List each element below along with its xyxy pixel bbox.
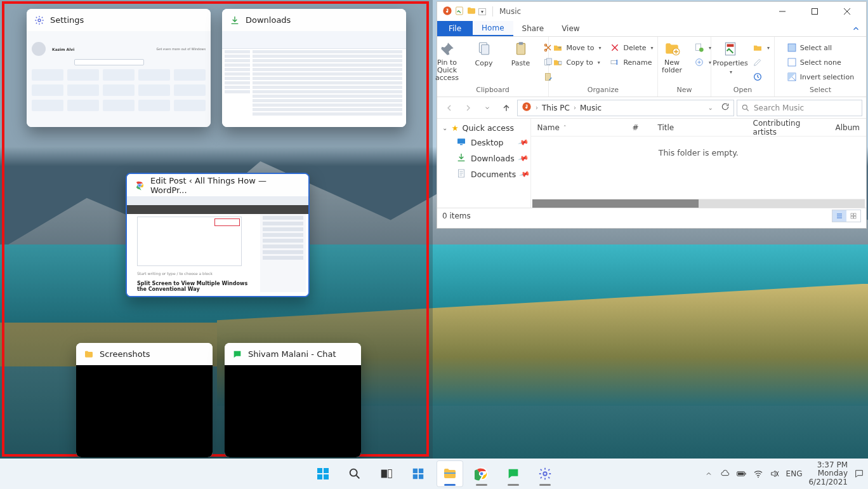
download-icon <box>456 152 466 164</box>
rename-button[interactable]: Rename <box>607 55 655 69</box>
svg-rect-45 <box>419 469 423 473</box>
taskbar-settings-button[interactable] <box>532 460 558 487</box>
copy-to-button[interactable]: Copy to▾ <box>550 55 603 69</box>
nav-quick-access[interactable]: ⌄ ★ Quick access <box>437 121 530 135</box>
qat-new-folder-icon[interactable] <box>466 6 477 18</box>
qat-dropdown-icon[interactable]: ▾ <box>478 8 486 15</box>
nav-forward-button[interactable] <box>460 100 477 116</box>
svg-point-0 <box>38 19 41 22</box>
view-toggle[interactable] <box>832 210 861 222</box>
battery-icon[interactable] <box>737 469 747 479</box>
taskbar-chrome-button[interactable] <box>468 460 495 487</box>
col-title[interactable]: Title <box>652 123 747 132</box>
tab-share[interactable]: Share <box>513 21 553 36</box>
wifi-icon[interactable] <box>753 469 763 479</box>
move-to-button[interactable]: Move to▾ <box>550 41 603 55</box>
widgets-button[interactable] <box>405 460 431 487</box>
history-button[interactable] <box>750 70 772 84</box>
chevron-right-icon[interactable]: › <box>574 104 576 111</box>
ribbon-collapse-button[interactable] <box>846 21 866 36</box>
minimize-button[interactable] <box>768 2 796 21</box>
tab-view[interactable]: View <box>553 21 588 36</box>
taskbar-explorer-button[interactable] <box>437 460 463 487</box>
col-artists[interactable]: Contributing artists <box>747 119 829 137</box>
open-button[interactable]: ▾ <box>750 41 772 55</box>
nav-up-button[interactable] <box>498 100 515 116</box>
task-view-button[interactable] <box>373 460 400 487</box>
notifications-icon[interactable] <box>854 469 864 479</box>
view-large-icons-button[interactable] <box>846 210 860 222</box>
nav-downloads-label: Downloads <box>471 154 515 163</box>
snap-thumb-chat[interactable]: Shivam Malani - Chat <box>225 343 361 457</box>
pin-to-quick-access-button[interactable]: Pin to Quick access <box>430 38 464 82</box>
nav-recent-button[interactable] <box>479 100 496 116</box>
nav-desktop[interactable]: Desktop 📌 <box>437 135 530 151</box>
svg-point-20 <box>699 48 704 52</box>
new-folder-button[interactable]: New folder <box>655 38 689 74</box>
copy-to-label: Copy to <box>566 58 593 67</box>
pin-icon[interactable]: 📌 <box>519 168 531 180</box>
content-pane[interactable]: Name˄ # Title Contributing artists Album… <box>531 119 866 208</box>
volume-icon[interactable] <box>770 469 780 479</box>
column-headers[interactable]: Name˄ # Title Contributing artists Album <box>531 119 866 137</box>
taskbar[interactable]: ENG 3:37 PM Monday 6/21/2021 <box>0 459 868 489</box>
snap-thumb-downloads[interactable]: Downloads <box>222 9 406 127</box>
tray-language[interactable]: ENG <box>786 469 803 478</box>
tab-home[interactable]: Home <box>473 21 513 36</box>
select-none-button[interactable]: Select none <box>784 55 857 69</box>
svg-rect-34 <box>854 213 857 216</box>
invert-selection-label: Invert selection <box>800 73 854 81</box>
maximize-button[interactable] <box>800 2 829 21</box>
col-album[interactable]: Album <box>829 123 866 132</box>
search-box[interactable]: Search Music <box>737 100 862 116</box>
snap-thumb-settings[interactable]: Settings Kazim Alvi Get even more out of… <box>27 9 211 127</box>
col-number[interactable]: # <box>626 123 652 132</box>
pin-icon[interactable]: 📌 <box>517 137 529 148</box>
refresh-button[interactable] <box>721 102 730 113</box>
explorer-titlebar[interactable]: ▾ Music <box>437 2 866 21</box>
snap-thumb-chrome[interactable]: Edit Post ‹ All Things How — WordPr... S… <box>126 173 310 297</box>
select-all-button[interactable]: Select all <box>784 41 857 55</box>
svg-rect-9 <box>516 43 525 54</box>
horizontal-scrollbar[interactable] <box>532 199 865 208</box>
svg-rect-8 <box>481 45 489 55</box>
taskbar-chat-button[interactable] <box>500 460 527 487</box>
chevron-down-icon[interactable]: ⌄ <box>442 124 447 131</box>
nav-documents[interactable]: Documents 📌 <box>437 166 530 182</box>
copy-button[interactable]: Copy <box>467 38 501 67</box>
nav-back-button[interactable] <box>441 100 457 116</box>
taskbar-search-button[interactable] <box>341 460 368 487</box>
paste-button[interactable]: Paste <box>504 38 538 67</box>
start-button[interactable] <box>310 460 336 487</box>
onedrive-icon[interactable] <box>720 469 730 479</box>
easy-access-button[interactable]: ▾ <box>692 55 714 69</box>
svg-rect-17 <box>611 60 617 64</box>
edit-button[interactable] <box>750 55 772 69</box>
view-details-button[interactable] <box>832 210 846 222</box>
tray-overflow-icon[interactable] <box>704 469 714 479</box>
music-library-icon <box>442 6 452 18</box>
delete-button[interactable]: Delete▾ <box>607 41 655 55</box>
pin-icon[interactable]: 📌 <box>517 152 529 164</box>
navigation-pane[interactable]: ⌄ ★ Quick access Desktop 📌 Downloads 📌 D… <box>437 119 531 208</box>
properties-button[interactable]: Properties▾ <box>713 38 747 75</box>
new-item-button[interactable]: ▾ <box>692 41 714 55</box>
qat-properties-icon[interactable] <box>454 6 464 18</box>
system-tray[interactable]: ENG 3:37 PM Monday 6/21/2021 <box>704 461 868 486</box>
address-dropdown-icon[interactable]: ⌄ <box>708 104 713 111</box>
invert-selection-button[interactable]: Invert selection <box>784 70 857 84</box>
tab-file[interactable]: File <box>437 21 473 36</box>
svg-point-3 <box>138 184 141 187</box>
breadcrumb-music[interactable]: Music <box>580 104 602 112</box>
breadcrumb-this-pc[interactable]: This PC <box>542 104 570 112</box>
snap-thumb-screenshots[interactable]: Screenshots <box>76 343 213 457</box>
tray-clock[interactable]: 3:37 PM Monday 6/21/2021 <box>808 461 848 486</box>
address-bar[interactable]: › This PC › Music ⌄ <box>517 100 734 116</box>
col-name[interactable]: Name˄ <box>531 123 626 132</box>
documents-icon <box>456 168 466 180</box>
chevron-right-icon[interactable]: › <box>536 104 538 111</box>
nav-downloads[interactable]: Downloads 📌 <box>437 151 530 166</box>
close-button[interactable] <box>832 2 861 21</box>
svg-rect-33 <box>851 213 853 216</box>
ribbon-tabs: File Home Share View <box>437 21 866 37</box>
